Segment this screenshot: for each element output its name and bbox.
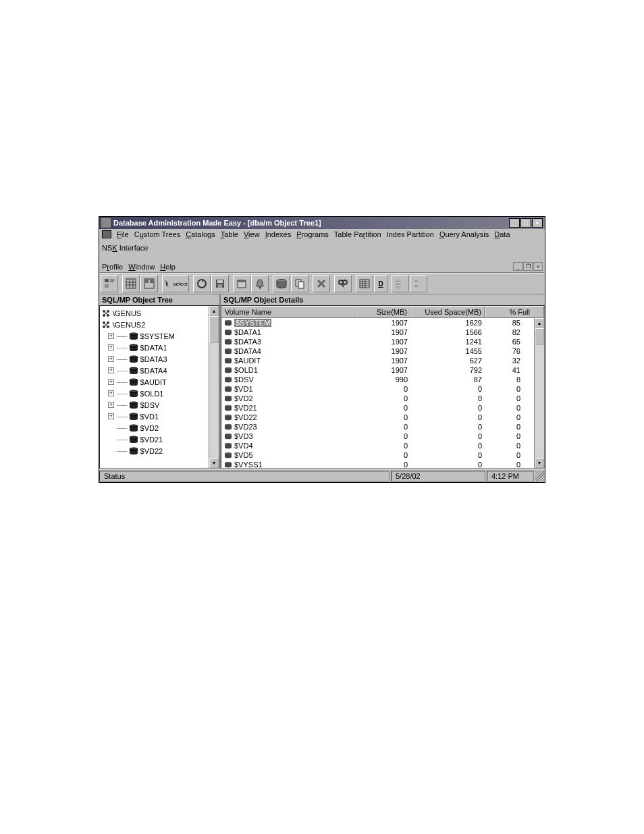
tree-item[interactable]: +──$SYSTEM [101,330,207,342]
toolbar-d-button[interactable]: D [374,275,387,292]
table-row[interactable]: $VD22000 [221,413,534,422]
tree-item[interactable]: +──$DATA3 [101,353,207,365]
menu-programs[interactable]: Programs [296,230,329,238]
scroll-up-icon[interactable]: ▴ [209,306,219,316]
close-button[interactable]: × [532,218,543,228]
col-header-used[interactable]: Used Space(MB) [410,306,485,317]
menu-help[interactable]: Help [160,263,176,271]
toolbar-copy-button[interactable] [291,275,308,292]
table-row[interactable]: $VD1000 [221,384,534,394]
toolbar-select-button[interactable]: select [162,275,189,292]
toolbar-save-button[interactable] [211,275,229,292]
table-row[interactable]: $VD3000 [221,432,534,441]
tree-item[interactable]: +──$OLD1 [101,388,207,399]
table-row[interactable]: $VD21000 [221,403,534,413]
cell-name: $VD1 [234,385,253,393]
mdi-icon[interactable] [102,230,111,238]
toolbar-grid2-button[interactable] [140,275,158,292]
col-header-name[interactable]: Volume Name [221,306,356,317]
scroll-thumb[interactable] [535,328,544,345]
table-row[interactable]: $AUDIT190762732 [221,356,534,365]
menu-profile[interactable]: Profile [102,263,123,271]
toolbar-refresh-button[interactable] [193,275,211,292]
tree-item[interactable]: +──$VD1 [101,411,207,422]
toolbar-bell-button[interactable] [251,275,269,292]
menu-view[interactable]: View [244,230,260,238]
tree-body[interactable]: \GENUS\GENUS2+──$SYSTEM+──$DATA1+──$DATA… [99,305,219,469]
toolbar-find-button[interactable] [334,275,352,292]
cell-size: 1907 [356,357,410,365]
expand-icon[interactable]: + [108,367,114,373]
table-row[interactable]: $OLD1190779241 [221,365,534,375]
svg-point-24 [343,280,347,284]
expand-icon[interactable]: + [108,379,114,385]
svg-text:□-□-: □-□- [396,286,401,289]
tree-scrollbar[interactable]: ▴ ▾ [209,306,219,468]
scroll-down-icon[interactable]: ▾ [535,458,544,468]
mdi-minimize[interactable]: _ [513,262,522,271]
mdi-restore[interactable]: ❐ [523,262,533,271]
menu-data[interactable]: Data [494,230,510,238]
menu-window[interactable]: Window [128,263,155,271]
toolbar-list2-button[interactable]: □-□- [410,275,427,292]
toolbar-delete-button[interactable] [313,275,330,292]
tree-item[interactable]: +──$DSV [101,399,207,411]
toolbar-tree-button[interactable] [101,275,118,292]
expand-icon[interactable]: + [108,356,114,362]
menu-indexes[interactable]: Indexes [265,230,292,238]
volume-icon [224,442,232,449]
expand-icon[interactable]: + [108,413,114,419]
table-row[interactable]: $VYSS1000 [221,460,534,469]
table-row[interactable]: $VD2000 [221,394,534,403]
tree-item[interactable]: +──$AUDIT [101,376,207,388]
table-row[interactable]: $DATA31907124165 [221,337,534,346]
tree-item-label: $VD2 [140,424,159,432]
details-scrollbar[interactable]: ▴ ▾ [534,318,544,468]
table-row[interactable]: $VD5000 [221,450,534,460]
table-row[interactable]: $DATA41907145576 [221,346,534,356]
cell-full: 0 [485,442,534,450]
details-body[interactable]: Volume Name Size(MB) Used Space(MB) % Fu… [221,305,545,469]
menu-table[interactable]: Table [221,230,238,238]
table-row[interactable]: $VD4000 [221,441,534,450]
toolbar-calendar-button[interactable] [233,275,250,292]
expand-icon[interactable]: + [108,390,114,396]
tree-item[interactable]: \GENUS2 [101,319,207,330]
tree-item[interactable]: ──$VD2 [101,422,207,434]
maximize-button[interactable]: □ [520,218,531,228]
col-header-full[interactable]: % Full [485,306,544,317]
menu-query-analysis[interactable]: Query Analysis [439,230,489,238]
tree-item[interactable]: ──$VD21 [101,434,207,445]
toolbar-table-button[interactable] [356,275,373,292]
tree-item[interactable]: \GENUS [101,307,207,319]
menu-custom-trees[interactable]: Custom Trees [134,230,180,238]
toolbar-grid1-button[interactable] [122,275,140,292]
toolbar-disk-button[interactable] [273,275,290,292]
menu-index-partition[interactable]: Index Partition [387,230,434,238]
expand-icon[interactable]: + [108,344,114,350]
menu-catalogs[interactable]: Catalogs [186,230,215,238]
table-row[interactable]: $DSV990878 [221,375,534,384]
scroll-thumb[interactable] [209,316,219,343]
volume-icon [224,367,232,373]
scroll-down-icon[interactable]: ▾ [209,458,219,468]
table-row[interactable]: $SYSTEM1907162985 [221,318,534,328]
tree-item[interactable]: +──$DATA4 [101,365,207,376]
tree-item[interactable]: +──$DATA1 [101,342,207,353]
resize-grip-icon[interactable] [535,471,545,481]
expand-icon[interactable]: + [108,333,114,339]
scroll-up-icon[interactable]: ▴ [535,318,544,328]
menu-table-partition[interactable]: Table Partition [334,230,381,238]
mdi-controls: _ ❐ × [513,262,543,271]
volume-icon [224,338,232,345]
table-row[interactable]: $DATA11907156682 [221,328,534,337]
menu-file[interactable]: File [117,230,129,238]
tree-item[interactable]: ──$VD22 [101,445,207,457]
minimize-button[interactable]: _ [509,218,520,228]
mdi-close[interactable]: × [533,262,543,271]
col-header-size[interactable]: Size(MB) [356,306,410,317]
table-row[interactable]: $VD23000 [221,422,534,432]
menu-nsk-interface[interactable]: NSK Interface [102,244,148,252]
toolbar-list1-button[interactable]: □-□-□-□-□-□- [392,275,409,292]
expand-icon[interactable]: + [108,402,114,408]
